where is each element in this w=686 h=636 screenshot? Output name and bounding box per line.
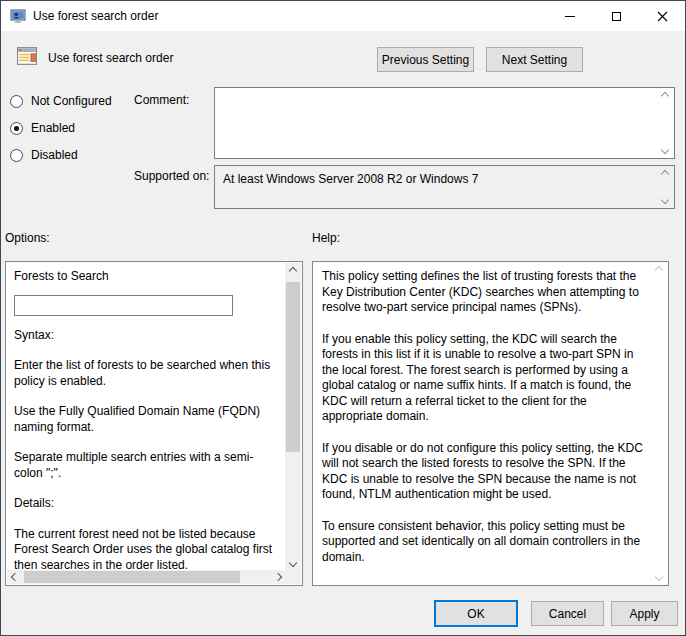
forests-to-search-label: Forests to Search xyxy=(14,269,281,285)
help-label: Help: xyxy=(312,231,340,245)
help-scrollbar[interactable] xyxy=(652,264,666,583)
comment-label: Comment: xyxy=(134,93,189,107)
radio-label: Not Configured xyxy=(31,94,112,108)
help-paragraph: If you enable this policy setting, the K… xyxy=(322,332,646,425)
chevron-left-icon[interactable] xyxy=(7,570,23,584)
options-text: Separate multiple search entries with a … xyxy=(14,450,281,481)
policy-setting-icon xyxy=(17,47,37,65)
app-window-icon xyxy=(10,8,26,24)
chevron-down-icon xyxy=(661,196,669,204)
help-content: This policy setting defines the list of … xyxy=(314,263,652,586)
chevron-down-icon[interactable] xyxy=(661,146,669,154)
options-text: Enter the list of forests to be searched… xyxy=(14,358,281,389)
options-text: Details: xyxy=(14,496,281,512)
help-paragraph: This policy setting defines the list of … xyxy=(322,269,646,316)
dialog-window: Use forest search order Use forest searc… xyxy=(0,0,686,636)
previous-setting-button[interactable]: Previous Setting xyxy=(377,47,474,72)
maximize-icon[interactable] xyxy=(593,1,639,31)
radio-circle-icon xyxy=(10,149,23,162)
window-controls xyxy=(547,1,685,31)
supported-on-box: At least Windows Server 2008 R2 or Windo… xyxy=(214,165,675,209)
supported-on-scrollbar xyxy=(658,168,672,206)
options-label: Options: xyxy=(5,231,50,245)
forests-to-search-input[interactable] xyxy=(14,295,233,316)
scrollbar-thumb[interactable] xyxy=(286,282,300,452)
options-horizontal-scrollbar[interactable] xyxy=(7,570,286,584)
scrollbar-thumb[interactable] xyxy=(24,571,240,583)
radio-enabled[interactable]: Enabled xyxy=(10,120,75,136)
ok-button[interactable]: OK xyxy=(434,600,518,627)
comment-textarea[interactable] xyxy=(214,87,675,159)
options-content: Forests to Search Syntax: Enter the list… xyxy=(7,263,285,569)
cancel-button[interactable]: Cancel xyxy=(531,601,604,626)
help-panel: This policy setting defines the list of … xyxy=(312,261,669,586)
options-text: Use the Fully Qualified Domain Name (FQD… xyxy=(14,404,281,435)
radio-circle-icon xyxy=(10,95,23,108)
radio-label: Enabled xyxy=(31,121,75,135)
options-vertical-scrollbar[interactable] xyxy=(285,263,301,571)
radio-label: Disabled xyxy=(31,148,78,162)
supported-on-value: At least Windows Server 2008 R2 or Windo… xyxy=(223,172,652,186)
radio-not-configured[interactable]: Not Configured xyxy=(10,93,112,109)
window-title: Use forest search order xyxy=(33,9,158,23)
setting-title: Use forest search order xyxy=(48,51,173,65)
minimize-icon[interactable] xyxy=(547,1,593,31)
chevron-down-icon[interactable] xyxy=(655,573,663,581)
chevron-up-icon[interactable] xyxy=(661,92,669,100)
comment-scrollbar[interactable] xyxy=(658,90,672,156)
chevron-up-icon[interactable] xyxy=(655,266,663,274)
help-paragraph: If you disable or do not configure this … xyxy=(322,441,646,503)
options-text: Syntax: xyxy=(14,328,281,344)
next-setting-button[interactable]: Next Setting xyxy=(486,47,583,72)
chevron-up-icon[interactable] xyxy=(285,263,301,279)
close-icon[interactable] xyxy=(639,1,685,31)
chevron-right-icon[interactable] xyxy=(270,570,286,584)
radio-disabled[interactable]: Disabled xyxy=(10,147,78,163)
supported-on-label: Supported on: xyxy=(134,169,209,183)
options-text: The current forest need not be listed be… xyxy=(14,527,281,570)
options-panel: Forests to Search Syntax: Enter the list… xyxy=(5,261,303,586)
apply-button[interactable]: Apply xyxy=(611,601,678,626)
chevron-up-icon xyxy=(661,170,669,178)
scrollbar-corner xyxy=(285,570,301,584)
chevron-down-icon[interactable] xyxy=(285,555,301,571)
title-bar[interactable]: Use forest search order xyxy=(1,1,685,31)
radio-circle-icon xyxy=(10,122,23,135)
help-paragraph: To ensure consistent behavior, this poli… xyxy=(322,519,646,566)
